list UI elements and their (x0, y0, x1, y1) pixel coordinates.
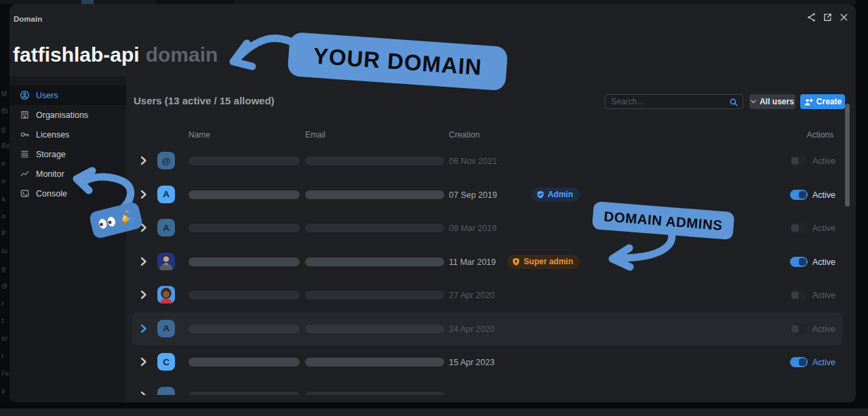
toggle-knob (791, 224, 799, 232)
table-row: C 15 Apr 2023 Active (132, 346, 842, 379)
avatar: C (157, 353, 175, 371)
toggle-knob (799, 358, 806, 366)
redacted-name-bar (189, 291, 300, 299)
expand-chevron-icon[interactable] (140, 290, 147, 299)
creation-date: 09 Mar 2019 (449, 224, 496, 233)
active-toggle[interactable] (790, 324, 808, 334)
toggle-knob (791, 291, 799, 299)
active-toggle[interactable] (790, 257, 808, 267)
expand-chevron-icon[interactable] (140, 257, 147, 266)
close-icon[interactable] (839, 12, 849, 22)
background-remnants: MffigRéenaoPlugdirterrFeà (1, 85, 9, 402)
expand-chevron-icon[interactable] (140, 357, 147, 367)
background-bottom-panel (0, 409, 868, 416)
redacted-name-bar (189, 224, 300, 232)
organisations-icon (20, 110, 30, 120)
active-label: Active (812, 291, 835, 300)
search-icon[interactable] (729, 98, 738, 107)
toggle-knob (791, 157, 799, 165)
creation-date: 11 Mar 2019 (449, 257, 496, 267)
column-header-name: Name (189, 130, 210, 140)
creation-date: 24 Apr 2020 (449, 325, 494, 334)
toggle-knob (799, 191, 806, 199)
search-box (605, 94, 743, 109)
background-right-strip (856, 0, 868, 416)
screenshot-stage: MffigRéenaoPlugdirterrFeà Domain (0, 0, 868, 416)
active-toggle[interactable] (790, 223, 808, 233)
party-popper-emoji (117, 208, 136, 227)
share-icon[interactable] (806, 12, 816, 22)
badge-label: Super admin (524, 257, 573, 266)
avatar-photo-man (157, 253, 175, 270)
column-header-email: Email (305, 130, 326, 140)
active-toggle[interactable] (790, 290, 808, 300)
creation-date: 27 Apr 2020 (449, 291, 494, 300)
active-label: Active (812, 325, 835, 334)
column-header-actions: Actions (807, 130, 833, 140)
creation-date: 06 Nov 2021 (449, 157, 497, 166)
users-count-heading: Users (13 active / 15 allowed) (134, 95, 275, 106)
redacted-email-bar (305, 257, 444, 266)
add-user-icon (804, 98, 813, 106)
active-label: Active (812, 224, 835, 233)
avatar: A (157, 219, 175, 236)
open-in-new-icon[interactable] (823, 12, 833, 22)
active-toggle[interactable] (790, 156, 808, 166)
licenses-icon (20, 129, 30, 140)
sidebar-item-users[interactable]: Users (9, 85, 126, 105)
badge-label: Admin (548, 190, 573, 199)
active-label: Active (812, 157, 835, 166)
page-title: fatfishlab-apidomain (13, 43, 218, 66)
domain-name: fatfishlab-api (13, 43, 140, 66)
expand-chevron-icon[interactable] (140, 156, 147, 165)
active-toggle[interactable] (790, 357, 808, 367)
admin-badge: Admin (532, 188, 580, 202)
users-icon (20, 90, 30, 100)
avatar-illustration-woman (157, 286, 175, 304)
table-row: @ 06 Nov 2021 Active (132, 144, 842, 178)
table-row: 27 Apr 2020 Active (132, 278, 842, 312)
window-title: Domain (14, 15, 42, 23)
redacted-email-bar (305, 325, 444, 333)
sidebar-item-label: Organisations (36, 110, 88, 120)
active-label: Active (812, 257, 835, 267)
table-row: A 09 Mar 2019 Active (132, 211, 842, 245)
avatar: A (157, 320, 175, 337)
redacted-name-bar (189, 392, 300, 396)
avatar: @ (157, 152, 175, 169)
creation-date: 07 Sep 2019 (449, 190, 497, 200)
expand-chevron-icon[interactable] (140, 190, 147, 199)
sidebar-item-organisations[interactable]: Organisations (9, 105, 126, 125)
toggle-knob (791, 325, 799, 333)
eyes-emoji (97, 215, 117, 230)
redacted-name-bar (189, 257, 300, 266)
users-table: @ 06 Nov 2021 Active A 07 Sep 2019 (9, 144, 856, 395)
user-filter-button[interactable]: All users (749, 94, 795, 109)
redacted-email-bar (305, 190, 444, 199)
shield-check-icon (536, 190, 545, 199)
search-input[interactable] (606, 95, 743, 108)
active-toggle[interactable] (790, 190, 808, 200)
background-bottom-strip (0, 402, 868, 409)
redacted-name-bar (189, 358, 300, 367)
redacted-email-bar (305, 291, 444, 299)
table-row: 11 Mar 2019 Super admin Active (132, 245, 842, 278)
table-row-partial (132, 379, 842, 396)
chevron-down-icon (751, 100, 756, 104)
redacted-email-bar (305, 392, 444, 396)
toggle-knob (799, 258, 806, 266)
super-admin-badge: Super admin (507, 255, 580, 269)
create-button-label: Create (816, 97, 842, 106)
window-actions (806, 12, 849, 22)
redacted-email-bar (305, 358, 444, 367)
active-label: Active (812, 358, 835, 367)
sidebar-item-licenses[interactable]: Licenses (9, 125, 126, 144)
sidebar-item-label: Users (36, 91, 58, 100)
security-shield-icon (512, 257, 520, 266)
expand-chevron-icon[interactable] (140, 391, 147, 396)
redacted-name-bar (189, 325, 300, 333)
table-row: A 07 Sep 2019 Admin Active (132, 178, 842, 211)
expand-chevron-icon[interactable] (140, 324, 147, 333)
sidebar-item-label: Licenses (36, 130, 69, 140)
create-user-button[interactable]: Create (800, 94, 845, 109)
